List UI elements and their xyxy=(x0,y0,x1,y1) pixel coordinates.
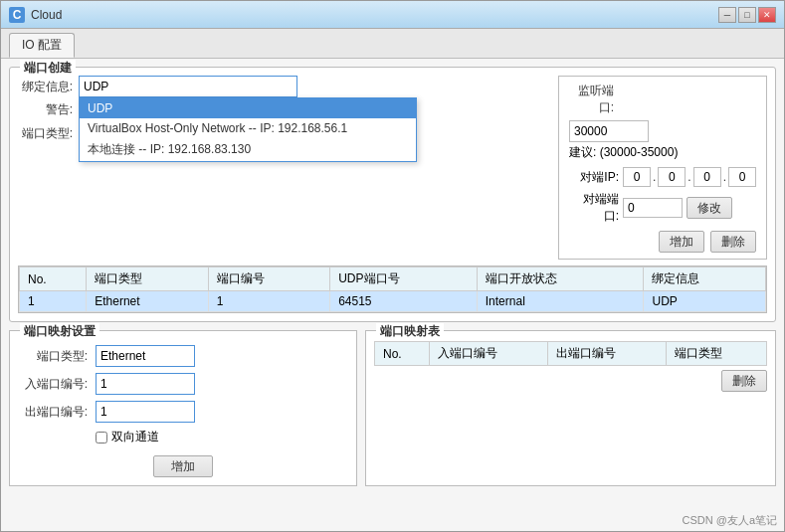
bind-info-select[interactable]: UDP xyxy=(79,76,297,97)
out-port-select[interactable]: 1 xyxy=(96,401,195,423)
cell-bind: UDP xyxy=(644,291,766,312)
mapping-delete-row: 删除 xyxy=(374,370,767,392)
port-creation-section: 端口创建 绑定信息: UDP UDP xyxy=(9,67,776,322)
remote-ip-label: 对端IP: xyxy=(569,169,619,186)
in-port-label: 入端口编号: xyxy=(18,376,88,393)
port-table: No. 端口类型 端口编号 UDP端口号 端口开放状态 绑定信息 1 Ether… xyxy=(19,266,766,312)
port-table-body: 1 Ethernet 1 64515 Internal UDP xyxy=(20,291,766,312)
col-status: 端口开放状态 xyxy=(477,267,644,291)
listen-port-input[interactable]: 30000 xyxy=(569,120,649,142)
port-mapping-table-title: 端口映射表 xyxy=(376,323,444,340)
port-mapping-table-section: 端口映射表 No. 入端口编号 出端口编号 端口类型 删除 xyxy=(365,330,776,486)
bind-info-select-wrapper: UDP UDP VirtualBox Host-Only Network -- … xyxy=(79,76,297,97)
col-bind: 绑定信息 xyxy=(644,267,766,291)
watermark: CSDN @友人a笔记 xyxy=(682,513,777,528)
bidirectional-row: 双向通道 xyxy=(18,429,348,445)
mapping-add-button[interactable]: 增加 xyxy=(153,455,213,477)
suggestion-value: (30000-35000) xyxy=(600,145,679,159)
ip-seg-4[interactable] xyxy=(728,167,756,187)
port-mapping-settings-title: 端口映射设置 xyxy=(20,323,99,340)
mapping-col-type: 端口类型 xyxy=(667,342,767,366)
cell-status: Internal xyxy=(477,291,644,312)
cell-no: 1 xyxy=(20,291,87,312)
table-header-row: No. 端口类型 端口编号 UDP端口号 端口开放状态 绑定信息 xyxy=(20,267,766,291)
bind-info-row: 绑定信息: UDP UDP VirtualBox Host-Only Netwo… xyxy=(18,76,550,97)
cell-type: Ethernet xyxy=(87,291,208,312)
remote-port-input[interactable] xyxy=(623,198,683,218)
mapping-col-out: 出端口编号 xyxy=(548,342,667,366)
bidirectional-wrapper: 双向通道 xyxy=(96,429,159,445)
port-type-label: 端口类型: xyxy=(18,125,73,142)
listen-port-row: 监听端口: xyxy=(569,83,756,116)
in-port-select[interactable]: 1 xyxy=(96,373,195,395)
remote-ip-row: 对端IP: . . . xyxy=(569,167,756,187)
bidirectional-label: 双向通道 xyxy=(111,429,159,445)
title-bar: C Cloud ─ □ ✕ xyxy=(1,1,784,29)
tab-bar: IO 配置 xyxy=(1,29,784,59)
cell-udp-port: 64515 xyxy=(330,291,478,312)
warning-label: 警告: xyxy=(18,101,73,118)
listen-port-label: 监听端口: xyxy=(569,83,614,116)
dropdown-item-vbox[interactable]: VirtualBox Host-Only Network -- IP: 192.… xyxy=(80,118,416,138)
monitor-panel: 监听端口: 30000 建议: (30000-35000) 对端IP: xyxy=(558,76,767,260)
out-port-select-wrapper: 1 xyxy=(96,401,195,423)
col-type: 端口类型 xyxy=(87,267,208,291)
out-port-label: 出端口编号: xyxy=(18,404,88,421)
ip-seg-2[interactable] xyxy=(658,167,686,187)
table-row[interactable]: 1 Ethernet 1 64515 Internal UDP xyxy=(20,291,766,312)
mapping-table-header: No. 入端口编号 出端口编号 端口类型 xyxy=(375,342,767,366)
dropdown-item-local[interactable]: 本地连接 -- IP: 192.168.83.130 xyxy=(80,138,416,161)
suggestion-row: 建议: (30000-35000) xyxy=(569,144,756,161)
suggestion-label: 建议: xyxy=(569,145,596,159)
modify-button[interactable]: 修改 xyxy=(687,197,732,219)
mapping-add-row: 增加 xyxy=(18,455,348,477)
cell-number: 1 xyxy=(208,291,329,312)
mapping-col-in: 入端口编号 xyxy=(430,342,548,366)
maximize-button[interactable]: □ xyxy=(738,7,756,23)
close-button[interactable]: ✕ xyxy=(758,7,776,23)
mapping-form: 端口类型: Ethernet 入端口编号: 1 xyxy=(18,341,348,477)
port-creation-title: 端口创建 xyxy=(20,60,76,77)
main-window: C Cloud ─ □ ✕ IO 配置 端口创建 绑定信息: xyxy=(0,0,785,532)
col-number: 端口编号 xyxy=(208,267,329,291)
remote-port-row: 对端端口: 修改 xyxy=(569,191,756,225)
port-table-container: No. 端口类型 端口编号 UDP端口号 端口开放状态 绑定信息 1 Ether… xyxy=(18,266,767,313)
ip-seg-3[interactable] xyxy=(693,167,721,187)
remote-ip-inputs: . . . xyxy=(623,167,756,187)
bottom-panels: 端口映射设置 端口类型: Ethernet 入端口编号: xyxy=(9,330,776,486)
tab-io[interactable]: IO 配置 xyxy=(9,33,75,58)
window-controls: ─ □ ✕ xyxy=(718,7,776,23)
minimize-button[interactable]: ─ xyxy=(718,7,736,23)
delete-port-button[interactable]: 删除 xyxy=(710,231,756,253)
col-udp-port: UDP端口号 xyxy=(330,267,478,291)
mapping-type-select[interactable]: Ethernet xyxy=(96,345,195,367)
port-creation-left: 绑定信息: UDP UDP VirtualBox Host-Only Netwo… xyxy=(18,76,550,260)
mapping-type-row: 端口类型: Ethernet xyxy=(18,345,348,367)
mapping-delete-button[interactable]: 删除 xyxy=(721,370,767,392)
bind-info-dropdown: UDP VirtualBox Host-Only Network -- IP: … xyxy=(79,97,417,162)
bind-info-label: 绑定信息: xyxy=(18,79,73,95)
port-mapping-settings: 端口映射设置 端口类型: Ethernet 入端口编号: xyxy=(9,330,357,486)
ip-seg-1[interactable] xyxy=(623,167,651,187)
remote-port-label: 对端端口: xyxy=(569,191,619,225)
col-no: No. xyxy=(20,267,87,291)
mapping-table: No. 入端口编号 出端口编号 端口类型 xyxy=(374,341,767,366)
add-port-button[interactable]: 增加 xyxy=(659,231,704,253)
bidirectional-checkbox[interactable] xyxy=(96,432,107,443)
mapping-type-label: 端口类型: xyxy=(18,348,88,365)
dropdown-item-udp[interactable]: UDP xyxy=(80,98,416,118)
window-title: Cloud xyxy=(31,8,718,22)
listen-port-input-row: 30000 xyxy=(569,120,756,142)
app-icon: C xyxy=(9,7,25,23)
out-port-row: 出端口编号: 1 xyxy=(18,401,348,423)
mapping-col-no: No. xyxy=(375,342,430,366)
mapping-type-select-wrapper: Ethernet xyxy=(96,345,195,367)
in-port-row: 入端口编号: 1 xyxy=(18,373,348,395)
add-delete-row: 增加 删除 xyxy=(569,231,756,253)
in-port-select-wrapper: 1 xyxy=(96,373,195,395)
main-content: 端口创建 绑定信息: UDP UDP xyxy=(1,59,784,531)
